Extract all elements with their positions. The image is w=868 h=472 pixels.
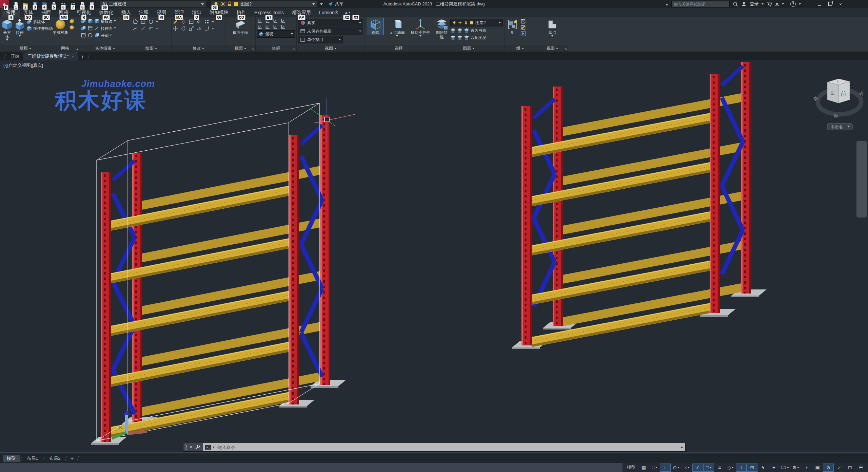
dynamic-ucs-toggle[interactable]: ⊥ xyxy=(736,464,746,471)
layout-tab-model[interactable]: 模型 xyxy=(3,455,20,462)
panel-footer-selection[interactable]: 选择 xyxy=(365,45,433,52)
named-view-dropdown[interactable]: 未保存的视图 xyxy=(298,27,363,35)
panel-footer-modeling[interactable]: 建模 xyxy=(0,45,51,52)
command-input[interactable] xyxy=(216,445,679,450)
tab-addins[interactable]: 附加模块Gi xyxy=(205,8,233,17)
launcher-icon[interactable] xyxy=(252,48,254,51)
ucs-y-icon[interactable] xyxy=(265,24,270,30)
trim-icon[interactable] xyxy=(189,19,194,24)
redo-button[interactable]: 7 xyxy=(68,0,77,8)
panel-footer-solid-editing[interactable]: 实体编辑 xyxy=(79,45,131,52)
tab-view[interactable]: 视图VI xyxy=(153,8,170,17)
tab-collaborate[interactable]: 协作CO xyxy=(233,8,250,17)
move-icon[interactable] xyxy=(173,26,178,31)
chevron-down-icon[interactable] xyxy=(762,3,764,5)
new-tab-button[interactable]: + xyxy=(78,54,87,60)
cube-face-front[interactable]: 前 xyxy=(841,91,846,97)
gizmo-button[interactable]: 移动小控件 xyxy=(411,18,430,37)
command-line-close-icon[interactable]: × xyxy=(190,445,192,450)
selection-cycling-toggle[interactable]: ✦ xyxy=(769,464,779,471)
slice-icon[interactable] xyxy=(87,25,93,31)
chevron-down-icon[interactable] xyxy=(799,3,801,5)
ortho-toggle[interactable]: ∟ xyxy=(660,464,670,471)
model-paper-toggle[interactable]: 模型 xyxy=(625,464,638,471)
quick-properties-toggle[interactable]: ϟ xyxy=(758,464,768,471)
ungroup-icon[interactable] xyxy=(520,19,526,24)
cube-face-left[interactable]: 左 xyxy=(830,90,834,95)
lineweight-toggle[interactable]: ≡ xyxy=(714,464,725,471)
launcher-icon[interactable] xyxy=(565,48,568,51)
group-select-icon[interactable] xyxy=(520,31,526,36)
line-draw-icon[interactable] xyxy=(133,26,138,31)
panel-footer-section[interactable]: 截面 xyxy=(225,45,255,52)
cart-icon[interactable] xyxy=(767,1,772,7)
customization-menu-button[interactable]: ☰ xyxy=(856,464,866,471)
restore-button[interactable] xyxy=(826,2,834,7)
qat-layer-dropdown[interactable]: 图层2 08 xyxy=(211,1,317,8)
ucs-object-icon[interactable] xyxy=(273,18,278,23)
plot-button[interactable]: 5 xyxy=(50,0,58,8)
graphics-performance-toggle[interactable]: ⊘ xyxy=(823,464,833,471)
scale-icon[interactable] xyxy=(189,26,194,31)
subtract-icon[interactable] xyxy=(87,18,93,24)
close-button[interactable]: × xyxy=(837,2,844,7)
array-icon[interactable] xyxy=(204,19,210,24)
smooth-less-icon[interactable] xyxy=(69,25,75,30)
set-current-button[interactable]: 置为当前 xyxy=(450,27,503,34)
tab-annotate[interactable]: 注释AN xyxy=(135,8,153,17)
arc-draw-icon[interactable] xyxy=(148,26,154,31)
presspull-button[interactable]: 按住并拖动 xyxy=(26,25,53,32)
group-button[interactable]: 组 xyxy=(506,18,519,35)
pallet-rack-left[interactable] xyxy=(91,103,346,445)
qat-button-8[interactable]: 8 xyxy=(78,0,87,8)
ucs-z-icon[interactable] xyxy=(273,24,278,30)
object-snap-3d-toggle[interactable]: ◇ xyxy=(725,464,735,471)
box-button[interactable]: 长方体 xyxy=(1,18,13,41)
chevron-down-icon[interactable] xyxy=(213,447,215,448)
panel-footer-mesh[interactable]: 网格 xyxy=(51,45,79,52)
sign-in-button[interactable]: 登录 xyxy=(750,1,758,7)
layout-tab-2[interactable]: 布局2 xyxy=(45,455,64,462)
qat-customize-flyout[interactable] xyxy=(320,3,323,5)
extrude-face-button[interactable]: 拉伸面 xyxy=(94,25,113,31)
annotation-scale-button[interactable]: 1:1 xyxy=(780,464,790,471)
save-button[interactable]: 3 xyxy=(31,0,39,8)
save-as-button[interactable]: 4 xyxy=(40,0,49,8)
launcher-icon[interactable] xyxy=(293,48,295,51)
circle-draw-icon[interactable] xyxy=(148,19,154,24)
isodraft-toggle[interactable]: × xyxy=(682,464,692,471)
help-icon[interactable]: ? xyxy=(790,1,796,7)
tab-insert[interactable]: 插入IN xyxy=(117,8,135,17)
ribbon-minimize-button[interactable]: X2 X3 xyxy=(342,8,353,17)
cube-face-top[interactable]: 上 xyxy=(836,80,840,83)
culling-button[interactable]: 剔除 xyxy=(367,18,383,35)
polar-tracking-toggle[interactable]: ⊙ xyxy=(671,464,681,471)
view-direction-dropdown[interactable]: 俯视 xyxy=(257,30,295,38)
search-input[interactable] xyxy=(671,1,730,7)
panel-footer-view[interactable]: 视图 xyxy=(297,45,364,52)
layout-tab-1[interactable]: 布局1 xyxy=(23,455,42,462)
rotate-icon[interactable] xyxy=(181,26,186,31)
panel-footer-modify[interactable]: 修改 xyxy=(172,45,225,52)
undo-button[interactable]: 6 xyxy=(59,0,68,8)
group-edit-icon[interactable] xyxy=(520,25,526,30)
mirror-icon[interactable] xyxy=(196,26,202,31)
panel-footer-draw[interactable]: 绘图 xyxy=(131,45,171,52)
separate-button[interactable]: 分割 xyxy=(94,33,108,38)
app-menu-button[interactable]: A F xyxy=(0,0,9,8)
viewport-config-dropdown[interactable]: 单个视口 xyxy=(298,36,343,43)
tab-express-tools[interactable]: Express ToolsET xyxy=(250,8,288,17)
chevron-down-icon[interactable] xyxy=(212,28,214,29)
annotation-monitor-toggle[interactable]: + xyxy=(802,464,812,471)
security-status-icon[interactable]: ✓ xyxy=(834,464,844,471)
tab-lumion[interactable]: Lumion® xyxy=(315,8,342,17)
autodesk-app-icon[interactable]: A xyxy=(775,1,779,7)
tab-manage[interactable]: 管理MA xyxy=(170,8,188,17)
ucs-origin-icon[interactable] xyxy=(280,18,286,23)
segment-draw-icon[interactable] xyxy=(140,26,146,31)
extrude-button[interactable]: 拉伸 xyxy=(14,18,25,37)
file-tab-start[interactable]: 开始 xyxy=(6,52,23,60)
object-snap-toggle[interactable]: □ xyxy=(704,464,714,471)
share-button[interactable]: 共享 xyxy=(328,1,343,7)
model-space-viewport[interactable]: [-][自定义视图][真实] Jimuhaoke.com 积木好课 xyxy=(0,60,868,454)
